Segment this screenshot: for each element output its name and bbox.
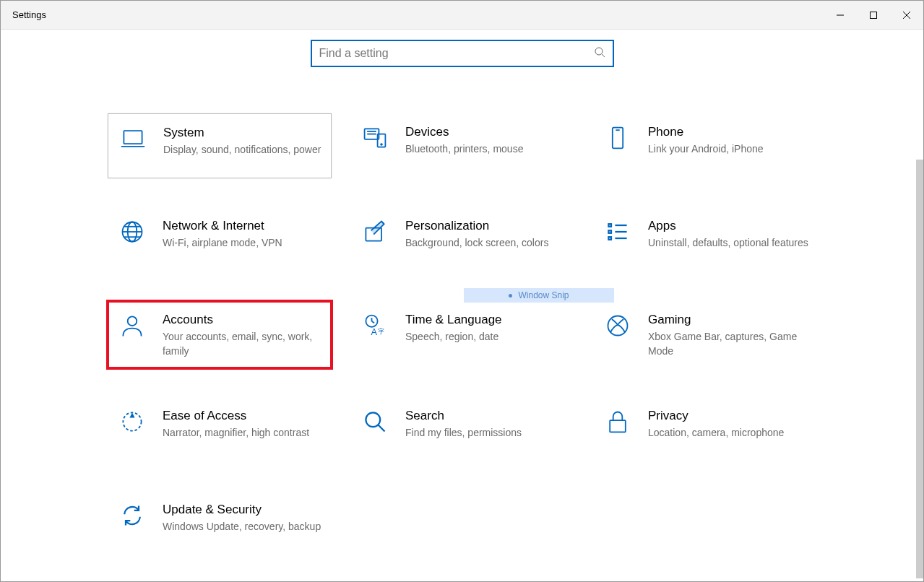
tile-privacy[interactable]: Privacy Location, camera, microphone (593, 397, 817, 462)
tile-desc: Bluetooth, printers, mouse (405, 142, 567, 157)
content-area: System Display, sound, notifications, po… (1, 30, 923, 581)
tile-title: Phone (648, 125, 810, 139)
tile-desc: Location, camera, microphone (648, 426, 810, 440)
tile-title: System (163, 126, 324, 140)
tile-title: Personalization (405, 219, 567, 233)
tile-title: Apps (648, 219, 810, 233)
svg-point-36 (366, 413, 380, 427)
svg-line-37 (379, 425, 385, 432)
tile-title: Network & Internet (163, 219, 324, 233)
svg-rect-38 (610, 420, 626, 432)
tile-title: Update & Security (163, 503, 324, 517)
tile-desc: Narrator, magnifier, high contrast (163, 426, 324, 440)
tile-title: Privacy (648, 409, 810, 423)
titlebar: Settings (1, 1, 923, 30)
tile-desc: Find my files, permissions (405, 426, 567, 440)
tile-apps[interactable]: Apps Uninstall, defaults, optional featu… (593, 207, 817, 272)
tile-title: Time & Language (405, 313, 567, 327)
tile-desc: Link your Android, iPhone (648, 142, 810, 157)
tile-time[interactable]: A字 Time & Language Speech, region, date (350, 301, 574, 368)
lock-icon (603, 407, 632, 436)
paint-icon (360, 217, 389, 246)
search-wrap (1, 40, 923, 67)
window-title: Settings (12, 9, 46, 20)
tile-desc: Speech, region, date (405, 330, 567, 344)
svg-rect-24 (608, 237, 611, 240)
tile-personalization[interactable]: Personalization Background, lock screen,… (350, 207, 574, 272)
search-input[interactable] (319, 47, 594, 60)
tile-gaming[interactable]: Gaming Xbox Game Bar, captures, Game Mod… (593, 301, 817, 368)
tile-title: Ease of Access (163, 409, 324, 423)
tile-search[interactable]: Search Find my files, permissions (350, 397, 574, 462)
tile-ease-of-access[interactable]: Ease of Access Narrator, magnifier, high… (108, 397, 332, 462)
svg-rect-22 (608, 224, 611, 227)
tile-title: Gaming (648, 313, 810, 327)
phone-icon (603, 123, 632, 152)
xbox-icon (603, 311, 632, 340)
search-box[interactable] (311, 40, 614, 67)
settings-grid: System Display, sound, notifications, po… (108, 113, 817, 556)
time-language-icon: A字 (360, 311, 389, 340)
tile-desc: Windows Update, recovery, backup (163, 520, 324, 534)
tile-system[interactable]: System Display, sound, notifications, po… (108, 113, 332, 178)
tile-devices[interactable]: Devices Bluetooth, printers, mouse (350, 113, 574, 178)
svg-rect-1 (871, 12, 877, 19)
tile-title: Accounts (163, 313, 324, 327)
person-icon (118, 311, 147, 340)
svg-text:A: A (371, 327, 378, 337)
laptop-icon (118, 124, 147, 153)
svg-point-28 (128, 316, 137, 326)
magnifier-icon (360, 407, 389, 436)
tile-title: Devices (405, 125, 567, 139)
maximize-button[interactable] (857, 1, 890, 30)
tile-title: Search (405, 409, 567, 423)
window-controls (824, 1, 923, 29)
tile-phone[interactable]: Phone Link your Android, iPhone (593, 113, 817, 178)
tile-desc: Uninstall, defaults, optional features (648, 236, 810, 251)
svg-point-4 (595, 48, 603, 55)
minimize-button[interactable] (824, 1, 857, 30)
tile-network[interactable]: Network & Internet Wi-Fi, airplane mode,… (108, 207, 332, 272)
apps-list-icon (603, 217, 632, 246)
svg-line-31 (372, 321, 375, 323)
search-icon (594, 46, 605, 61)
tile-desc: Wi-Fi, airplane mode, VPN (163, 236, 324, 251)
tile-desc: Background, lock screen, colors (405, 236, 567, 251)
globe-icon (118, 217, 147, 246)
tile-update[interactable]: Update & Security Windows Update, recove… (108, 491, 332, 556)
devices-icon (360, 123, 389, 152)
tile-desc: Display, sound, notifications, power (163, 143, 324, 157)
svg-rect-23 (608, 230, 611, 233)
svg-point-10 (381, 144, 382, 145)
tile-desc: Your accounts, email, sync, work, family (163, 330, 324, 358)
close-button[interactable] (890, 1, 923, 30)
svg-rect-6 (124, 131, 142, 144)
tile-accounts[interactable]: Accounts Your accounts, email, sync, wor… (108, 301, 332, 368)
vertical-scrollbar[interactable] (916, 160, 923, 578)
svg-line-5 (602, 54, 605, 57)
svg-text:字: 字 (378, 328, 384, 335)
tile-desc: Xbox Game Bar, captures, Game Mode (648, 330, 810, 358)
ease-icon (118, 407, 147, 436)
sync-icon (118, 501, 147, 530)
